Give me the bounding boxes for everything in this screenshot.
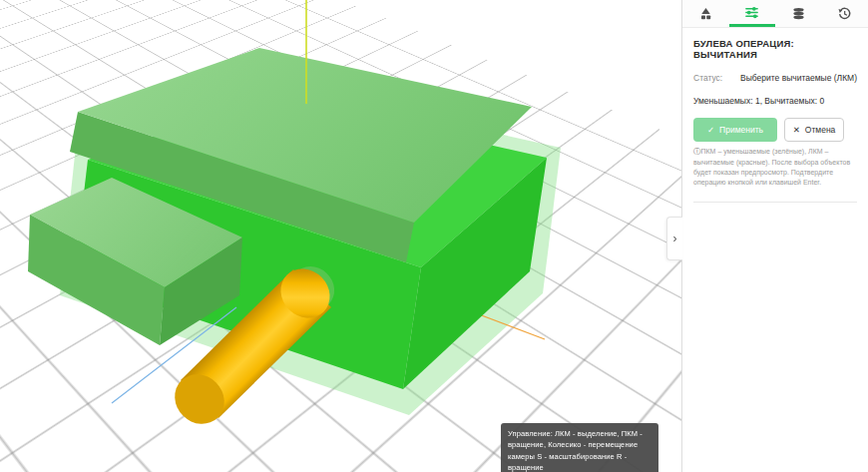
- hint-text: ⓘПКМ – уменьшаемые (зелёные), ЛКМ – вычи…: [693, 147, 857, 188]
- check-icon: ✓: [707, 125, 714, 135]
- cancel-button-label: Отмена: [805, 125, 836, 135]
- scene-objects: [0, 0, 681, 472]
- objects-count: Уменьшаемых: 1, Вычитаемых: 0: [693, 96, 857, 106]
- panel-title: БУЛЕВА ОПЕРАЦИЯ: ВЫЧИТАНИЯ: [693, 38, 857, 60]
- chevron-right-icon: ›: [673, 232, 677, 245]
- panel-tabs: [682, 0, 868, 28]
- apply-button[interactable]: ✓ Применить: [693, 118, 777, 142]
- status-value: Выберите вычитаемые (ЛКМ): [740, 73, 857, 83]
- action-buttons: ✓ Применить ✕ Отмена: [693, 118, 857, 142]
- tab-history[interactable]: [822, 0, 868, 27]
- close-icon: ✕: [793, 125, 800, 135]
- layers-icon: [791, 6, 806, 21]
- viewport-3d[interactable]: Управление: ЛКМ - выделение, ПКМ - враще…: [0, 0, 681, 472]
- status-row: Статус: Выберите вычитаемые (ЛКМ): [693, 73, 857, 83]
- shapes-icon: [698, 6, 713, 21]
- history-icon: [837, 6, 852, 21]
- cancel-button[interactable]: ✕ Отмена: [784, 118, 844, 142]
- sliders-icon: [744, 5, 759, 20]
- section-divider: [693, 202, 857, 203]
- panel-body: БУЛЕВА ОПЕРАЦИЯ: ВЫЧИТАНИЯ Статус: Выбер…: [682, 28, 868, 203]
- status-label: Статус:: [693, 73, 722, 83]
- boolean-operation-app: Управление: ЛКМ - выделение, ПКМ - враще…: [0, 0, 868, 472]
- controls-tooltip: Управление: ЛКМ - выделение, ПКМ - враще…: [501, 423, 658, 472]
- hint-body: ПКМ – уменьшаемые (зелёные), ЛКМ – вычит…: [693, 148, 850, 186]
- tab-layers[interactable]: [775, 0, 822, 27]
- tab-boolean-params[interactable]: [729, 0, 776, 27]
- panel-collapse-handle[interactable]: ›: [666, 217, 682, 260]
- apply-button-label: Применить: [719, 125, 763, 135]
- info-icon: ⓘ: [693, 147, 701, 156]
- tab-shapes[interactable]: [682, 0, 729, 27]
- settings-panel: БУЛЕВА ОПЕРАЦИЯ: ВЫЧИТАНИЯ Статус: Выбер…: [681, 0, 868, 472]
